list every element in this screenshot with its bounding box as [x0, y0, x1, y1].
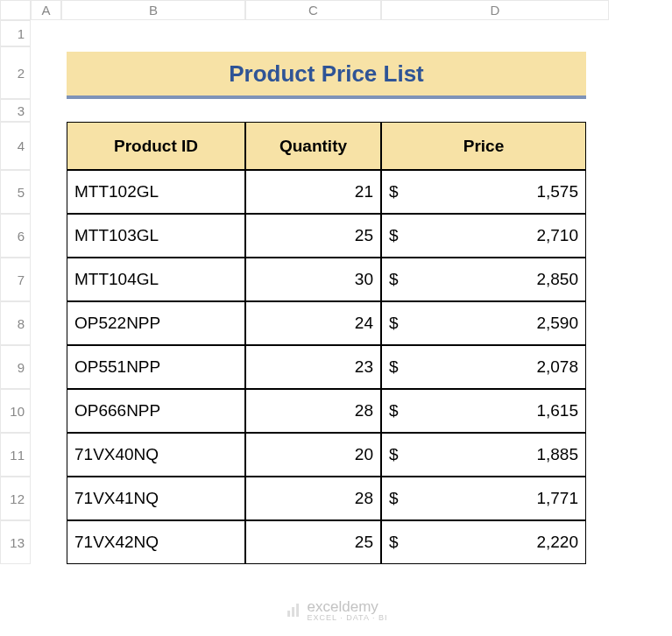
table-cell-price[interactable]: $2,850: [381, 258, 586, 301]
currency-symbol: $: [389, 533, 399, 552]
price-value: 2,850: [536, 270, 578, 289]
select-all-corner[interactable]: [0, 0, 31, 20]
col-header-D[interactable]: D: [381, 0, 609, 20]
table-cell-pid[interactable]: OP666NPP: [67, 389, 245, 433]
table-cell-qty[interactable]: 21: [245, 170, 381, 214]
currency-symbol: $: [389, 226, 399, 245]
price-value: 1,885: [536, 445, 578, 464]
table-cell-price[interactable]: $1,615: [381, 389, 586, 433]
price-value: 1,575: [536, 182, 578, 201]
price-value: 1,771: [536, 489, 578, 508]
row-header-1[interactable]: 1: [0, 20, 31, 46]
currency-symbol: $: [389, 357, 399, 377]
price-value: 2,710: [536, 226, 578, 245]
row-header-11[interactable]: 11: [0, 433, 31, 477]
row-header-12[interactable]: 12: [0, 477, 31, 520]
table-cell-price[interactable]: $2,710: [381, 214, 586, 258]
cell-a8-blank[interactable]: [31, 301, 61, 345]
price-value: 2,590: [536, 314, 578, 333]
table-cell-qty[interactable]: 28: [245, 389, 381, 433]
col-header-C[interactable]: C: [245, 0, 381, 20]
cell-a11-blank[interactable]: [31, 433, 61, 477]
col-header-A[interactable]: A: [31, 0, 61, 20]
table-cell-pid[interactable]: 71VX40NQ: [67, 433, 245, 477]
row-header-5[interactable]: 5: [0, 170, 31, 214]
currency-symbol: $: [389, 401, 399, 420]
col-header-B[interactable]: B: [61, 0, 245, 20]
table-cell-pid[interactable]: MTT102GL: [67, 170, 245, 214]
row-header-3[interactable]: 3: [0, 99, 31, 122]
table-cell-price[interactable]: $2,220: [381, 520, 586, 564]
currency-symbol: $: [389, 314, 399, 333]
cell-a4-blank[interactable]: [31, 122, 61, 170]
cell-a10-blank[interactable]: [31, 389, 61, 433]
svg-rect-2: [296, 604, 299, 617]
page-title: Product Price List: [229, 60, 424, 88]
svg-rect-0: [287, 611, 290, 617]
table-header-quantity[interactable]: Quantity: [245, 122, 381, 170]
table-cell-qty[interactable]: 28: [245, 477, 381, 520]
row-header-7[interactable]: 7: [0, 258, 31, 301]
table-cell-pid[interactable]: 71VX41NQ: [67, 477, 245, 520]
cell-a7-blank[interactable]: [31, 258, 61, 301]
table-cell-price[interactable]: $2,078: [381, 345, 586, 389]
title-cell[interactable]: Product Price List: [67, 52, 586, 99]
table-cell-price[interactable]: $1,575: [381, 170, 586, 214]
table-cell-qty[interactable]: 30: [245, 258, 381, 301]
cell-spacer-row3[interactable]: [61, 99, 609, 122]
table-cell-pid[interactable]: OP551NPP: [67, 345, 245, 389]
spreadsheet-grid: A B C D 1 2 Product Price List 3 4 Produ…: [0, 0, 672, 564]
cell-a9-blank[interactable]: [31, 345, 61, 389]
currency-symbol: $: [389, 489, 399, 508]
cell-a13-blank[interactable]: [31, 520, 61, 564]
price-value: 2,220: [536, 533, 578, 552]
svg-rect-1: [292, 607, 294, 617]
cell-a2-blank[interactable]: [31, 46, 61, 99]
table-cell-qty[interactable]: 25: [245, 214, 381, 258]
table-cell-qty[interactable]: 20: [245, 433, 381, 477]
cell-a12-blank[interactable]: [31, 477, 61, 520]
price-value: 1,615: [536, 401, 578, 420]
table-cell-pid[interactable]: MTT103GL: [67, 214, 245, 258]
cell-a3-blank[interactable]: [31, 99, 61, 122]
cell-a5-blank[interactable]: [31, 170, 61, 214]
table-cell-pid[interactable]: MTT104GL: [67, 258, 245, 301]
table-cell-qty[interactable]: 25: [245, 520, 381, 564]
table-cell-pid[interactable]: OP522NPP: [67, 301, 245, 345]
row-header-2[interactable]: 2: [0, 46, 31, 99]
row-header-9[interactable]: 9: [0, 345, 31, 389]
row-header-8[interactable]: 8: [0, 301, 31, 345]
table-cell-price[interactable]: $1,771: [381, 477, 586, 520]
table-cell-qty[interactable]: 24: [245, 301, 381, 345]
table-header-product-id[interactable]: Product ID: [67, 122, 245, 170]
table-cell-price[interactable]: $1,885: [381, 433, 586, 477]
row-header-6[interactable]: 6: [0, 214, 31, 258]
currency-symbol: $: [389, 445, 399, 464]
watermark: exceldemy EXCEL · DATA · BI: [285, 598, 388, 622]
price-value: 2,078: [536, 357, 578, 377]
cell-a6-blank[interactable]: [31, 214, 61, 258]
currency-symbol: $: [389, 182, 399, 201]
currency-symbol: $: [389, 270, 399, 289]
row-header-10[interactable]: 10: [0, 389, 31, 433]
row-header-13[interactable]: 13: [0, 520, 31, 564]
chart-icon: [285, 602, 302, 619]
table-cell-price[interactable]: $2,590: [381, 301, 586, 345]
table-header-price[interactable]: Price: [381, 122, 586, 170]
table-cell-qty[interactable]: 23: [245, 345, 381, 389]
watermark-tag: EXCEL · DATA · BI: [308, 613, 388, 622]
row-header-4[interactable]: 4: [0, 122, 31, 170]
cell-a1-blank[interactable]: [31, 20, 609, 46]
table-cell-pid[interactable]: 71VX42NQ: [67, 520, 245, 564]
